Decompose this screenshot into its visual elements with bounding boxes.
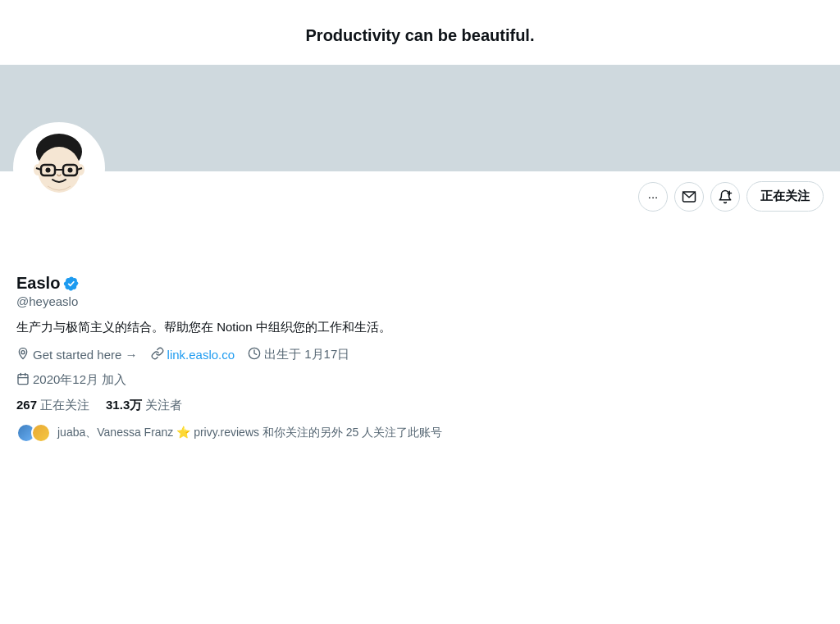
follower-avatar-2 [31, 423, 51, 443]
website-meta: link.easlo.co [151, 347, 235, 362]
following-label: 正在关注 [40, 398, 89, 413]
calendar-icon [16, 372, 30, 388]
profile-section: ··· 正在关注 Easlo [0, 171, 840, 443]
website-link[interactable]: link.easlo.co [167, 348, 235, 362]
avatar-circle [13, 122, 105, 214]
username: @heyeaslo [16, 294, 824, 308]
svg-rect-16 [18, 374, 28, 384]
svg-point-10 [68, 168, 73, 173]
profile-info: Easlo @heyeaslo 生产力与极简主义的结合。帮助您在 Notion … [16, 218, 824, 443]
display-name: Easlo [16, 274, 60, 293]
location-icon [16, 347, 30, 362]
profile-meta-row1: Get started here → link.easlo.co [16, 347, 824, 362]
following-stat[interactable]: 267 正在关注 [16, 398, 89, 413]
following-count: 267 [16, 398, 37, 413]
followers-count: 31.3万 [106, 398, 142, 413]
header-tagline: Productivity can be beautiful. [0, 0, 840, 65]
bio: 生产力与极简主义的结合。帮助您在 Notion 中组织您的工作和生活。 [16, 318, 824, 337]
follower-avatars [16, 423, 51, 443]
more-icon: ··· [648, 189, 659, 203]
birthday-icon [248, 347, 261, 362]
profile-banner [0, 65, 840, 171]
followers-label: 关注者 [145, 398, 182, 413]
birthday-meta: 出生于 1月17日 [248, 347, 349, 362]
get-started-meta: Get started here → [16, 347, 138, 362]
action-buttons-row: ··· 正在关注 [16, 171, 824, 218]
profile-meta-row2: 2020年12月 加入 [16, 372, 824, 388]
get-started-text: Get started here → [33, 348, 138, 362]
display-name-row: Easlo [16, 274, 824, 293]
message-button[interactable] [674, 182, 704, 212]
verified-badge [63, 276, 80, 292]
avatar-image [18, 127, 100, 209]
link-icon [151, 347, 164, 362]
more-button[interactable]: ··· [638, 182, 668, 212]
verified-icon [63, 276, 80, 292]
message-icon [682, 189, 696, 204]
avatar [13, 122, 105, 214]
follow-button[interactable]: 正在关注 [746, 181, 824, 212]
bell-plus-icon [718, 189, 733, 204]
followers-preview-text: juaba、Vanessa Franz ⭐ privy.reviews 和你关注… [57, 426, 442, 440]
svg-point-14 [21, 350, 25, 353]
notification-button[interactable] [710, 182, 740, 212]
birthday-text: 出生于 1月17日 [264, 347, 349, 362]
stats-row: 267 正在关注 31.3万 关注者 [16, 398, 824, 413]
followers-stat[interactable]: 31.3万 关注者 [106, 398, 182, 413]
svg-point-9 [46, 168, 51, 173]
joined-text: 2020年12月 加入 [33, 372, 126, 388]
followers-preview: juaba、Vanessa Franz ⭐ privy.reviews 和你关注… [16, 423, 824, 443]
